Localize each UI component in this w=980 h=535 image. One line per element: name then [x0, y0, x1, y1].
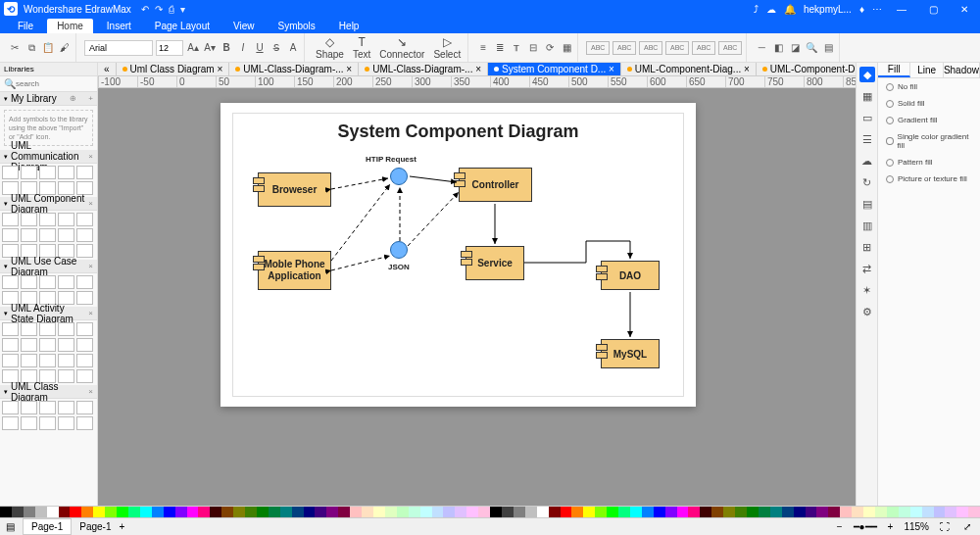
- lib-section-1[interactable]: ▾UML Component Diagram×: [0, 197, 97, 211]
- menu-help[interactable]: Help: [329, 19, 369, 33]
- interface-json[interactable]: [390, 241, 408, 259]
- color-swatch[interactable]: [852, 507, 863, 517]
- color-swatch[interactable]: [70, 507, 81, 517]
- shape-stencil[interactable]: [58, 166, 74, 179]
- shape-stencil[interactable]: [21, 228, 37, 242]
- color-swatch[interactable]: [759, 507, 770, 517]
- connector-tool[interactable]: ↘Connector: [376, 35, 427, 60]
- color-swatch[interactable]: [549, 507, 561, 517]
- mylib-more-icon[interactable]: +: [88, 94, 93, 103]
- link-icon[interactable]: ⇄: [859, 261, 875, 276]
- search-input[interactable]: [16, 79, 98, 88]
- component-controller[interactable]: Controller: [459, 168, 532, 202]
- menu-home[interactable]: Home: [47, 19, 93, 33]
- color-swatch[interactable]: [782, 507, 794, 517]
- bold-icon[interactable]: B: [220, 41, 233, 55]
- color-swatch[interactable]: [887, 507, 899, 517]
- prop-tab-line[interactable]: Line: [910, 63, 943, 77]
- color-swatch[interactable]: [561, 507, 572, 517]
- color-swatch[interactable]: [198, 507, 210, 517]
- color-swatch[interactable]: [747, 507, 759, 517]
- fill-option[interactable]: Gradient fill: [878, 112, 980, 128]
- color-swatch[interactable]: [956, 507, 968, 517]
- more-icon[interactable]: ⋯: [872, 4, 882, 15]
- shape-stencil[interactable]: [76, 275, 93, 289]
- color-swatch[interactable]: [654, 507, 665, 517]
- shape-stencil[interactable]: [58, 401, 74, 414]
- doc-tab-4[interactable]: UML-Component-Diag... ×: [621, 63, 757, 75]
- shape-stencil[interactable]: [76, 228, 93, 242]
- color-swatch[interactable]: [397, 507, 409, 517]
- style-preset-6[interactable]: ABC: [718, 41, 742, 55]
- page-tab-2[interactable]: Page-1: [79, 521, 111, 532]
- menu-insert[interactable]: Insert: [97, 19, 141, 33]
- lib-section-2[interactable]: ▾UML Use Case Diagram×: [0, 260, 97, 273]
- shadow-icon[interactable]: ◪: [788, 41, 802, 55]
- color-swatch[interactable]: [233, 507, 245, 517]
- color-swatch[interactable]: [269, 507, 280, 517]
- shape-stencil[interactable]: [39, 166, 56, 179]
- font-color-icon[interactable]: A: [286, 41, 300, 55]
- color-swatch[interactable]: [326, 507, 338, 517]
- style-preset-2[interactable]: ABC: [612, 41, 636, 55]
- crosshair-icon[interactable]: ✶: [859, 282, 875, 298]
- shape-stencil[interactable]: [39, 213, 56, 226]
- qat-more-icon[interactable]: ▾: [180, 4, 185, 15]
- color-swatch[interactable]: [362, 507, 373, 517]
- shape-stencil[interactable]: [2, 322, 19, 336]
- doc-tab-3[interactable]: System Component D... ×: [488, 63, 621, 75]
- shape-stencil[interactable]: [2, 275, 19, 289]
- component-browser[interactable]: Broweser: [258, 172, 331, 207]
- color-swatch[interactable]: [794, 507, 806, 517]
- menu-file[interactable]: File: [8, 19, 43, 33]
- shape-stencil[interactable]: [58, 275, 74, 289]
- color-swatch[interactable]: [607, 507, 618, 517]
- align-center-icon[interactable]: ≣: [493, 41, 507, 55]
- decrease-font-icon[interactable]: A▾: [203, 41, 217, 55]
- menu-symbols[interactable]: Symbols: [269, 19, 325, 33]
- color-swatch[interactable]: [210, 507, 221, 517]
- component-mysql[interactable]: MySQL: [601, 339, 660, 368]
- shape-stencil[interactable]: [39, 338, 56, 352]
- menu-view[interactable]: View: [223, 19, 265, 33]
- rotate-icon[interactable]: ⟳: [543, 41, 557, 55]
- shape-stencil[interactable]: [76, 322, 93, 336]
- doc-tab-0[interactable]: Uml Class Diagram ×: [117, 63, 230, 75]
- doc-tab-2[interactable]: UML-Class-Diagram-... ×: [359, 63, 488, 75]
- align-top-icon[interactable]: ⫪: [510, 41, 523, 55]
- settings-icon[interactable]: ⚙: [859, 304, 875, 319]
- color-swatch[interactable]: [35, 507, 47, 517]
- close-button[interactable]: ✕: [953, 4, 976, 15]
- user-label[interactable]: hekpmyL...: [804, 4, 852, 15]
- color-swatch[interactable]: [816, 507, 828, 517]
- color-swatch[interactable]: [806, 507, 817, 517]
- fill-tool-icon[interactable]: ◆: [859, 67, 875, 82]
- color-swatch[interactable]: [700, 507, 711, 517]
- fit-page-icon[interactable]: ⛶: [937, 521, 953, 532]
- color-swatch[interactable]: [24, 507, 35, 517]
- undo-icon[interactable]: ↶: [141, 4, 149, 15]
- color-swatch[interactable]: [677, 507, 689, 517]
- color-swatch[interactable]: [164, 507, 175, 517]
- zoom-slider[interactable]: ━●━━: [854, 521, 877, 532]
- fill-option[interactable]: No fill: [878, 78, 980, 95]
- shape-stencil[interactable]: [76, 401, 93, 414]
- cut-icon[interactable]: ✂: [8, 41, 22, 55]
- bell-icon[interactable]: 🔔: [784, 4, 796, 15]
- minimize-button[interactable]: —: [890, 4, 913, 15]
- shape-stencil[interactable]: [2, 166, 19, 179]
- shape-stencil[interactable]: [21, 338, 37, 352]
- shape-stencil[interactable]: [58, 213, 74, 226]
- color-swatch[interactable]: [152, 507, 164, 517]
- color-swatch[interactable]: [257, 507, 269, 517]
- color-swatch[interactable]: [409, 507, 420, 517]
- shape-stencil[interactable]: [76, 338, 93, 352]
- shape-stencil[interactable]: [39, 322, 56, 336]
- line-style-icon[interactable]: ─: [755, 41, 768, 55]
- italic-icon[interactable]: I: [236, 41, 250, 55]
- color-swatch[interactable]: [514, 507, 525, 517]
- canvas[interactable]: System Component Diagram Broweser Moble …: [98, 88, 856, 506]
- page[interactable]: System Component Diagram Broweser Moble …: [220, 103, 696, 407]
- shape-stencil[interactable]: [21, 213, 37, 226]
- color-swatch[interactable]: [899, 507, 910, 517]
